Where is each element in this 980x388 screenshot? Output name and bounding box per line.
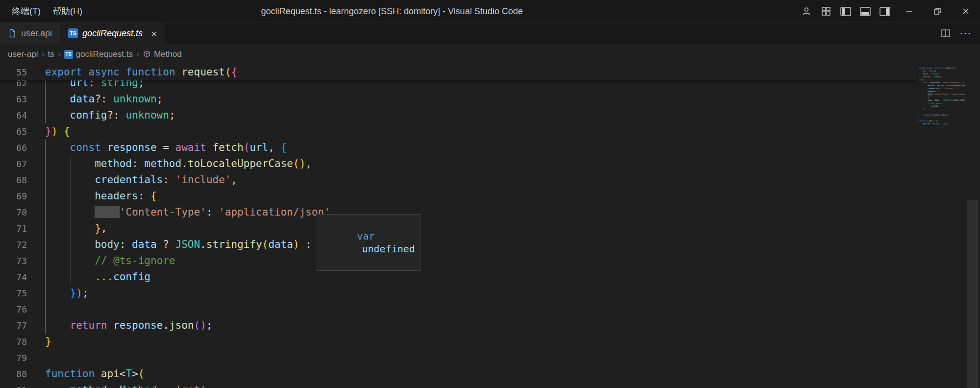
more-actions-icon[interactable]: ⋯ [959,27,971,39]
line-number: 73 [0,253,27,269]
line-number: 68 [0,172,27,188]
code-line[interactable]: 72 body: data ? JSON.stringify(data) : u… [0,237,916,253]
line-number: 76 [0,301,27,317]
file-icon [8,29,17,38]
code-line[interactable]: 68 credentials: 'include', [0,172,916,188]
tab-label: gocliRequest.ts [82,28,143,39]
close-button[interactable] [952,0,980,23]
line-number: 55 [0,64,27,80]
method-symbol-icon [143,50,151,58]
vscode-window: 终端(T) 帮助(H) gocliRequest.ts - learngozer… [0,0,980,388]
minimap[interactable]: export async function request({ url: str… [918,64,965,388]
sticky-line[interactable]: 55export async function request({ [0,64,916,80]
tab-user-api[interactable]: user.api [0,23,60,44]
tab-close-icon[interactable]: × [151,28,157,39]
code-text: function api<T>( [45,366,144,382]
split-editor-icon[interactable] [941,28,951,38]
code-text: export async function request({ [45,64,237,80]
code-line[interactable]: 66 const response = await fetch(url, { [0,140,916,156]
breadcrumb-folder[interactable]: user-api [8,49,38,59]
breadcrumb-separator: › [40,49,46,59]
customize-layout-icon[interactable] [816,0,836,23]
line-number: 77 [0,317,27,334]
code-line[interactable]: 76 [0,301,916,317]
ts-file-icon: TS [64,50,73,59]
minimap-line: method: Method = 'get', [918,122,965,125]
code-line[interactable]: 67 method: method.toLocaleUpperCase(), [0,156,916,172]
code-line[interactable]: 71 }, [0,220,916,237]
code-line[interactable]: 79 [0,350,916,366]
line-number: 67 [0,156,27,172]
menu-terminal[interactable]: 终端(T) [6,0,47,23]
editor-actions: ⋯ [941,23,980,44]
code-text: method: method.toLocaleUpperCase(), [45,156,312,172]
line-number: 66 [0,140,27,156]
tab-bar: user.api TS gocliRequest.ts × ⋯ [0,23,980,44]
toggle-sidebar-left-icon[interactable] [836,0,855,23]
line-number: 72 [0,237,27,253]
line-number: 63 [0,91,27,107]
breadcrumb-file[interactable]: TS gocliRequest.ts [64,49,133,59]
code-line[interactable]: 77 return response.json(); [0,317,916,334]
menu-help[interactable]: 帮助(H) [47,0,88,23]
scrollbar-slider[interactable] [967,200,978,388]
code-line[interactable]: 70 'Content-Type': 'application/json' [0,204,916,220]
breadcrumb-separator: › [56,49,62,59]
code-line[interactable]: 78} [0,334,916,350]
line-number: 70 [0,204,27,220]
line-number: 74 [0,269,27,285]
breadcrumb-separator: › [135,49,141,59]
line-number: 64 [0,107,27,123]
code-line[interactable]: 69 headers: { [0,188,916,204]
code-text: // @ts-ignore [45,253,176,269]
vertical-scrollbar[interactable] [965,64,980,388]
tab-label: user.api [21,28,52,39]
line-number: 75 [0,285,27,301]
breadcrumb-folder-ts[interactable]: ts [48,49,54,59]
code-line[interactable]: 63 data?: unknown; [0,91,916,107]
restore-button[interactable] [923,0,952,23]
code-text: }) { [45,123,70,140]
sticky-scroll[interactable]: 55export async function request({ [0,64,916,80]
toggle-panel-icon[interactable] [855,0,875,23]
code-text: const response = await fetch(url, { [45,140,287,156]
line-number: 81 [0,382,27,388]
code-text: method: Method = 'get', [45,382,212,388]
minimize-button[interactable] [895,0,923,23]
code-line[interactable]: 81 method: Method = 'get', [0,382,916,388]
code-text: }); [45,285,89,301]
line-number: 71 [0,220,27,237]
code-lines: 62 url: string;63 data?: unknown;64 conf… [0,64,916,388]
line-number: 80 [0,366,27,382]
ts-file-icon: TS [68,28,78,38]
code-line[interactable]: 73 // @ts-ignore [0,253,916,269]
editor-pane[interactable]: 62 url: string;63 data?: unknown;64 conf… [0,64,980,388]
hover-tooltip: var undefined [316,214,421,271]
breadcrumb-symbol-method[interactable]: Method [143,49,182,59]
code-text: config?: unknown; [45,107,176,123]
code-text: }, [45,220,107,237]
titlebar: 终端(T) 帮助(H) gocliRequest.ts - learngozer… [0,0,980,23]
code-line[interactable]: 80function api<T>( [0,366,916,382]
minimap-content: export async function request({ url: str… [918,67,965,125]
window-title: gocliRequest.ts - learngozero [SSH: domi… [78,6,705,17]
code-text [45,301,70,317]
code-text: data?: unknown; [45,91,163,107]
menubar: 终端(T) 帮助(H) [0,0,88,23]
tab-goclirequest[interactable]: TS gocliRequest.ts × [60,23,165,44]
code-line[interactable]: 65}) { [0,123,916,140]
tooltip-keyword: var [357,230,375,242]
line-number: 69 [0,188,27,204]
code-text: headers: { [45,188,157,204]
code-line[interactable]: 75 }); [0,285,916,301]
breadcrumb: user-api › ts › TS gocliRequest.ts › Met… [0,44,980,64]
line-number: 79 [0,350,27,366]
code-line[interactable]: 64 config?: unknown; [0,107,916,123]
code-text: 'Content-Type': 'application/json' [45,204,330,220]
line-number: 65 [0,123,27,140]
code-line[interactable]: 74 ...config [0,269,916,285]
toggle-sidebar-right-icon[interactable] [875,0,895,23]
line-number: 78 [0,334,27,350]
account-icon[interactable] [797,0,816,23]
code-text: credentials: 'include', [45,172,237,188]
